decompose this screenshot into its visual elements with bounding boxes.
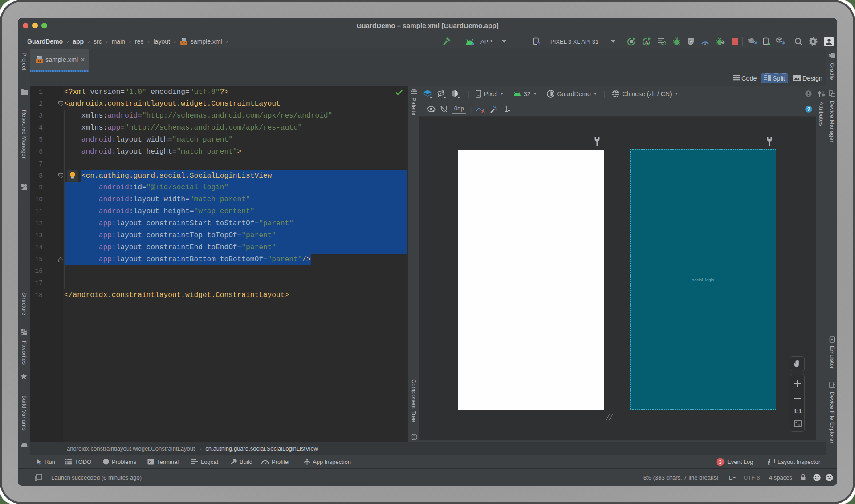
svg-text:A: A	[645, 40, 648, 45]
svg-text:3: 3	[719, 459, 721, 464]
svg-text:<>: <>	[37, 59, 41, 64]
svg-text:<>: <>	[182, 41, 186, 45]
svg-text:?: ?	[807, 106, 810, 112]
